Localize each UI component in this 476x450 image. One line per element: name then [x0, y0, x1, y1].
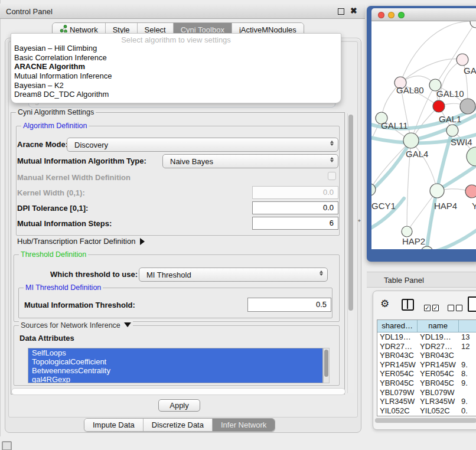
table-horizontal-scrollbar[interactable] — [374, 418, 476, 423]
settings-gear-icon[interactable]: ⚙ — [380, 298, 389, 310]
network-node[interactable] — [421, 246, 433, 249]
node-table[interactable]: shared…nameYDL19…YDL19…13YDR27…YDR27…12Y… — [377, 319, 476, 416]
table-row[interactable]: YDL19…YDL19…13 — [377, 332, 476, 342]
split-columns-icon[interactable] — [402, 299, 414, 311]
algorithm-option[interactable]: Bayesian – K2 — [11, 81, 341, 90]
kernel-width-field[interactable]: 0.0 — [252, 186, 338, 199]
manual-kernel-width-checkbox[interactable] — [328, 172, 336, 180]
combo-arrows-icon — [319, 270, 323, 276]
mi-algorithm-type-combo[interactable]: Naive Bayes — [162, 154, 338, 168]
hub-definition-toggle[interactable]: Hub/Transcription Factor Definition — [17, 237, 145, 246]
node-label-y: Y — [472, 201, 476, 211]
mi-steps-field[interactable]: 6 — [252, 217, 338, 230]
dpi-tolerance-field[interactable]: 0.0 — [252, 201, 338, 214]
mac-zoom-button[interactable] — [398, 12, 405, 18]
mi-algorithm-type-label: Mutual Information Algorithm Type: — [17, 156, 146, 165]
table-row[interactable]: YER054CYER054C8. — [377, 369, 476, 379]
table-cell: 0. — [459, 406, 476, 416]
network-node[interactable] — [470, 21, 476, 28]
tab-discretize-data[interactable]: Discretize Data — [144, 419, 213, 431]
control-panel-titlebar[interactable]: Control Panel ✖ — [0, 4, 365, 19]
table-cell: YBR043C — [418, 351, 459, 360]
node-label-hap2: HAP2 — [402, 236, 425, 246]
node-label-gal10: GAL10 — [436, 89, 464, 99]
unchecked-box-icon[interactable] — [456, 305, 462, 311]
node-label-swi4: SWI4 — [451, 137, 472, 147]
table-cell: YIL052C — [377, 406, 418, 416]
table-row[interactable]: YPR145WYPR145W9. — [377, 360, 476, 370]
algorithm-definition-title: Algorithm Definition — [21, 122, 89, 130]
tab-infer-network[interactable]: Infer Network — [213, 419, 275, 431]
table-cell — [459, 351, 476, 360]
table-cell: 9. — [459, 360, 476, 370]
network-node-gal[interactable] — [457, 54, 468, 66]
sources-group-toggle[interactable]: Sources for Network Inference — [19, 321, 133, 330]
algorithm-option[interactable]: Bayesian – Hill Climbing — [11, 44, 341, 53]
close-icon[interactable]: ✖ — [350, 6, 357, 15]
checked-box-icon[interactable]: ✓ — [432, 305, 439, 311]
apply-button[interactable]: Apply — [158, 399, 200, 412]
combo-arrows-icon — [330, 141, 334, 146]
algorithm-option[interactable]: Dream8 DC_TDC Algorithm — [11, 90, 341, 99]
network-node-hap4[interactable] — [430, 184, 444, 198]
checked-box-icon[interactable]: ✓ — [424, 305, 431, 311]
tab-impute-data[interactable]: Impute Data — [84, 419, 144, 431]
attribute-item[interactable]: BetweennessCentrality — [28, 366, 322, 375]
network-node-y[interactable] — [465, 185, 476, 198]
network-node-gal1[interactable] — [433, 100, 445, 112]
node-label-gal1: GAL1 — [439, 114, 461, 124]
table-row[interactable]: YBL079WYBL079W — [377, 388, 476, 397]
docked-panel-icon[interactable] — [2, 441, 12, 450]
table-cell: YIL052C — [418, 406, 459, 416]
float-window-icon[interactable] — [338, 8, 344, 15]
network-node-hap2[interactable] — [402, 226, 412, 237]
attributes-list-scrollbar[interactable] — [323, 348, 330, 383]
table-cell: YBR045C — [377, 379, 418, 388]
network-edge-highlighted — [428, 225, 476, 249]
unchecked-box-icon[interactable] — [448, 305, 454, 311]
algorithm-dropdown-placeholder: Select algorithm to view settings — [11, 34, 341, 44]
control-panel-window — [0, 0, 1, 436]
settings-vertical-scrollbar[interactable] — [347, 113, 354, 393]
mi-threshold-field[interactable]: 0.5 — [247, 298, 331, 312]
panel-divider-handle[interactable]: ◆ — [358, 219, 360, 222]
network-node-swi4[interactable] — [446, 125, 458, 136]
network-window-titlebar[interactable] — [371, 8, 476, 21]
table-cell: 12 — [459, 342, 476, 351]
algorithm-dropdown: Select algorithm to view settings Bayesi… — [11, 33, 341, 103]
network-node[interactable] — [460, 99, 475, 114]
algorithm-option[interactable]: Mutual Information Inference — [11, 71, 341, 81]
table-row[interactable]: YBR045CYBR045C9. — [377, 379, 476, 388]
document-icon[interactable] — [468, 296, 476, 312]
table-panel-title: Table Panel — [384, 276, 424, 285]
algorithm-option[interactable]: Basic Correlation Inference — [11, 53, 341, 63]
which-threshold-combo[interactable]: MI Threshold — [139, 268, 328, 282]
network-node-gal4[interactable] — [403, 133, 419, 148]
attribute-item[interactable]: TopologicalCoefficient — [28, 357, 322, 366]
table-cell: YPR145W — [418, 360, 459, 370]
table-row[interactable]: YDR27…YDR27…12 — [377, 342, 476, 351]
network-view-canvas[interactable]: GALGAL80GAL10GAL1GAL11SWI4GAL4GCY1HAP4YH… — [371, 21, 476, 249]
network-graph: GALGAL80GAL10GAL1GAL11SWI4GAL4GCY1HAP4YH… — [371, 21, 476, 249]
mac-close-button[interactable] — [378, 12, 384, 18]
mi-steps-label: Mutual Information Steps: — [17, 219, 112, 228]
table-cell: YDL19… — [377, 332, 418, 342]
settings-horizontal-scrollbar[interactable] — [11, 388, 345, 395]
column-header[interactable] — [459, 320, 476, 332]
table-cell: YLR345W — [377, 397, 418, 406]
table-cell: 8. — [459, 369, 476, 379]
mac-minimize-button[interactable] — [388, 12, 395, 18]
table-row[interactable]: YLR345WYLR345W9. — [377, 397, 476, 406]
table-cell: YDR27… — [377, 342, 418, 351]
table-cell: 9. — [459, 379, 476, 388]
table-row[interactable]: YBR043CYBR043C — [377, 351, 476, 360]
network-node[interactable] — [467, 147, 476, 166]
aracne-mode-combo[interactable]: Discovery — [67, 138, 338, 152]
column-header[interactable]: name — [418, 320, 459, 332]
table-row[interactable]: YIL052CYIL052C0. — [377, 406, 476, 416]
column-header[interactable]: shared… — [377, 320, 418, 332]
algorithm-option[interactable]: ARACNE Algorithm — [11, 62, 341, 71]
data-attributes-list[interactable]: SelfLoopsTopologicalCoefficientBetweenne… — [28, 348, 323, 383]
attribute-item[interactable]: SelfLoops — [28, 348, 322, 357]
attribute-item[interactable]: gal4RGexp — [28, 375, 322, 383]
